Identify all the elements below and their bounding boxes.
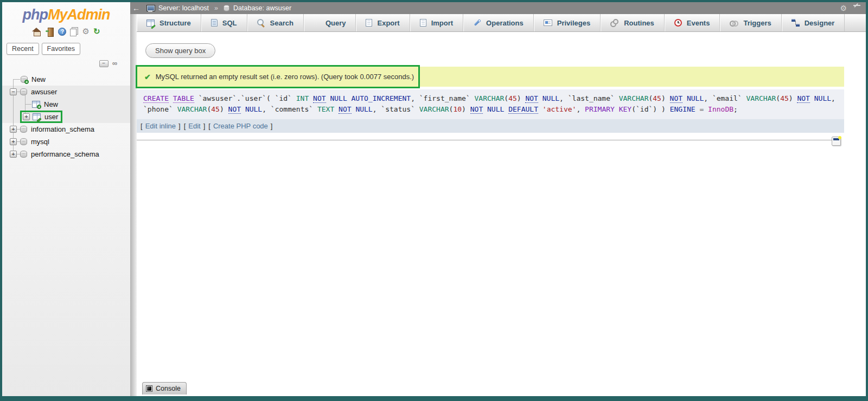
database-tab[interactable]: Operations — [463, 14, 534, 31]
sql-token: (`id`) ) — [631, 105, 669, 113]
server-icon — [146, 5, 155, 12]
sql-token — [334, 105, 339, 113]
settings-icon[interactable]: ⚙ — [82, 27, 89, 36]
sql-token: DEFAULT — [508, 105, 538, 114]
database-tab[interactable]: Events — [665, 14, 720, 31]
sql-token — [538, 94, 542, 102]
sql-token — [615, 105, 619, 113]
collapse-expander[interactable]: − — [10, 88, 17, 95]
link-with-main-panel-icon[interactable]: ∞ — [112, 61, 117, 66]
database-icon — [20, 138, 27, 145]
tree-item-mysql[interactable]: + mysql — [2, 135, 130, 148]
query-action-link[interactable]: Edit — [188, 122, 200, 130]
bracket-close: ] — [203, 122, 206, 130]
database-tab[interactable]: Routines — [601, 14, 665, 31]
expand-expander[interactable]: + — [23, 113, 30, 120]
database-tabs: Structure SQL Search Query Export — [137, 14, 866, 32]
collapse-all-button[interactable]: − — [99, 60, 108, 67]
tree-item-new-database[interactable]: New — [2, 73, 130, 86]
logout-icon[interactable] — [45, 28, 54, 36]
content-divider — [137, 140, 832, 140]
database-tab[interactable]: Designer — [782, 14, 845, 31]
console-icon — [146, 385, 152, 392]
sql-token: InnoDB — [708, 105, 733, 113]
database-tab[interactable]: Search — [247, 14, 304, 31]
sql-token: ; — [733, 105, 738, 113]
tree-item-information-schema[interactable]: + information_schema — [2, 123, 130, 135]
query-action-link[interactable]: Edit inline — [145, 122, 176, 130]
documentation-icon[interactable] — [70, 27, 78, 36]
query-action-link[interactable]: Create PHP code — [213, 122, 268, 130]
expand-expander[interactable]: + — [10, 138, 17, 145]
expand-page-icon[interactable] — [853, 5, 860, 11]
expand-expander[interactable]: + — [10, 126, 17, 133]
tab-label: Import — [431, 19, 453, 27]
collapse-sidebar-arrow[interactable]: ← — [130, 4, 142, 12]
sql-token: NOT — [470, 105, 483, 114]
sql-token: NOT — [313, 94, 326, 103]
sql-token: NULL — [355, 105, 372, 113]
tree-item-label: mysql — [31, 138, 49, 146]
favorites-tab[interactable]: Favorites — [42, 43, 80, 55]
sql-token — [810, 94, 814, 102]
database-tab[interactable]: Query — [304, 14, 356, 31]
sql-token: ENGINE — [670, 105, 695, 113]
sql-token: , — [576, 105, 585, 113]
tree-item-new-table[interactable]: New — [2, 98, 130, 111]
sql-token: 'active' — [542, 105, 577, 113]
sql-token: VARCHAR — [419, 105, 449, 113]
query-action-links: [Edit inline] [Edit] [Create PHP code] — [137, 119, 844, 133]
database-tab[interactable]: Import — [410, 14, 463, 31]
breadcrumb-server[interactable]: Server: localhost — [158, 4, 209, 12]
refresh-icon[interactable]: ↻ — [93, 27, 100, 36]
sql-token: , `email` — [704, 94, 746, 102]
database-tab[interactable]: Privileges — [534, 14, 601, 31]
sql-token — [241, 105, 245, 113]
sidebar-resize-strip[interactable] — [130, 2, 137, 396]
tab-label: Structure — [159, 19, 191, 27]
home-icon[interactable] — [32, 28, 41, 36]
database-tab[interactable]: Export — [356, 14, 410, 31]
console-toggle[interactable]: Console — [142, 382, 187, 394]
recent-tab[interactable]: Recent — [7, 43, 39, 55]
sql-token: 45 — [653, 94, 661, 102]
sidebar-toolbar: ? ⚙ ↻ — [2, 27, 130, 36]
sql-token: `awsuser`.`user`( `id` — [194, 94, 296, 102]
sql-token: TEXT — [317, 105, 334, 113]
tab-icon — [730, 20, 738, 26]
sql-token: KEY — [619, 105, 631, 113]
help-icon[interactable]: ? — [58, 28, 66, 36]
sql-token: ) — [220, 105, 228, 113]
new-database-icon — [21, 76, 28, 83]
sql-token: NOT — [670, 94, 682, 103]
sql-token: ) — [517, 94, 526, 102]
database-tab[interactable]: Structure — [137, 14, 201, 31]
database-tab[interactable]: SQL — [201, 14, 247, 31]
show-query-box-button[interactable]: Show query box — [145, 43, 215, 58]
tree-item-awsuser[interactable]: − awsuser — [2, 86, 130, 98]
sql-token: VARCHAR — [746, 94, 776, 102]
database-tree: New − awsuser New + — [2, 73, 130, 160]
tree-item-user[interactable]: + user — [2, 111, 130, 123]
sql-token: CREATE — [143, 94, 169, 103]
tree-item-label: information_schema — [31, 125, 94, 133]
tab-label: Routines — [624, 19, 654, 27]
expand-expander[interactable]: + — [10, 151, 17, 158]
sql-token: , `status` — [373, 105, 419, 113]
sql-token: NOT — [228, 105, 241, 114]
open-new-window-icon[interactable] — [832, 137, 841, 146]
sql-query-display: CREATE TABLE `awsuser`.`user`( `id` INT … — [137, 89, 844, 120]
tree-item-performance-schema[interactable]: + performance_schema — [2, 148, 130, 160]
sql-token: ) — [661, 94, 670, 102]
tab-label: Triggers — [743, 19, 771, 27]
tab-label: Operations — [486, 19, 524, 27]
tab-icon — [610, 19, 619, 27]
page-settings-icon[interactable]: ⚙ — [840, 4, 847, 12]
breadcrumb-separator: » — [214, 4, 218, 12]
sql-token: NULL — [487, 105, 504, 113]
navigation-sidebar: phpMyAdmin ? ⚙ ↻ Recent Favorites − ∞ Ne… — [2, 2, 130, 396]
database-tab[interactable]: Triggers — [720, 14, 781, 31]
sql-token — [682, 94, 687, 102]
breadcrumb-database[interactable]: Database: awsuser — [233, 4, 291, 12]
tab-label: SQL — [222, 19, 237, 27]
